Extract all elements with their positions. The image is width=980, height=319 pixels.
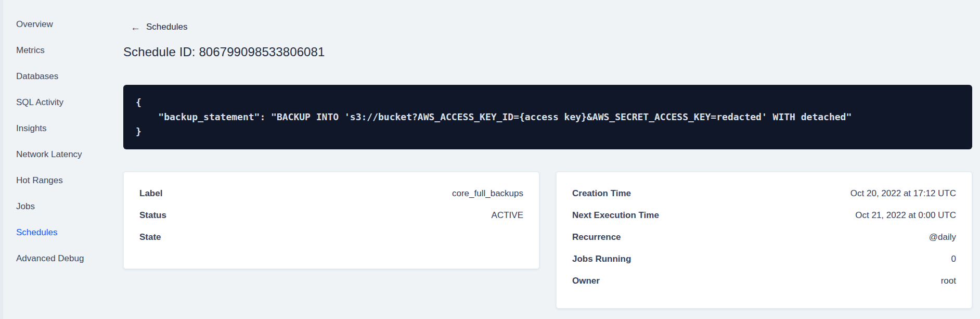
main-content: ← Schedules Schedule ID: 806799098533806…	[123, 0, 972, 319]
label-key: Label	[139, 188, 162, 199]
table-row: Owner root	[572, 270, 956, 292]
sidebar-item-overview[interactable]: Overview	[16, 11, 115, 37]
table-row: Jobs Running 0	[572, 248, 956, 270]
state-key: State	[139, 232, 161, 243]
status-key: Status	[139, 210, 166, 221]
status-value: ACTIVE	[492, 210, 523, 221]
table-row: Creation Time Oct 20, 2022 at 17:12 UTC	[572, 183, 956, 205]
sidebar-item-sql-activity[interactable]: SQL Activity	[16, 90, 115, 116]
sidebar-item-jobs[interactable]: Jobs	[16, 194, 115, 220]
summary-cards: Label core_full_backups Status ACTIVE St…	[123, 172, 972, 309]
sidebar-item-hot-ranges[interactable]: Hot Ranges	[16, 168, 115, 194]
sidebar-item-schedules[interactable]: Schedules	[16, 220, 115, 246]
recurrence-key: Recurrence	[572, 232, 621, 243]
sidebar-nav: Overview Metrics Databases SQL Activity …	[16, 11, 115, 272]
left-edge-gutter	[0, 0, 3, 319]
recurrence-value: @daily	[929, 232, 956, 243]
sidebar-item-metrics[interactable]: Metrics	[16, 37, 115, 63]
sidebar-item-databases[interactable]: Databases	[16, 63, 115, 90]
table-row: Label core_full_backups	[139, 183, 523, 205]
sidebar-item-network-latency[interactable]: Network Latency	[16, 142, 115, 168]
backup-statement-json: { "backup_statement": "BACKUP INTO 's3:/…	[136, 95, 960, 139]
creation-time-key: Creation Time	[572, 188, 631, 199]
table-row: Next Execution Time Oct 21, 2022 at 0:00…	[572, 205, 956, 226]
table-row: Status ACTIVE	[139, 205, 523, 226]
sidebar-item-advanced-debug[interactable]: Advanced Debug	[16, 246, 115, 272]
sidebar-item-insights[interactable]: Insights	[16, 116, 115, 142]
page-title: Schedule ID: 806799098533806081	[123, 45, 325, 59]
next-execution-time-value: Oct 21, 2022 at 0:00 UTC	[855, 210, 956, 221]
next-execution-time-key: Next Execution Time	[572, 210, 659, 221]
schedule-details-card: Label core_full_backups Status ACTIVE St…	[123, 172, 539, 269]
jobs-running-value: 0	[951, 254, 956, 264]
table-row: Recurrence @daily	[572, 226, 956, 248]
backup-statement-code-block: { "backup_statement": "BACKUP INTO 's3:/…	[123, 85, 972, 149]
jobs-running-key: Jobs Running	[572, 254, 631, 264]
back-arrow-icon: ←	[131, 22, 140, 32]
back-link-label: Schedules	[146, 22, 187, 32]
schedule-timing-card: Creation Time Oct 20, 2022 at 17:12 UTC …	[556, 172, 972, 309]
owner-key: Owner	[572, 276, 600, 286]
owner-value: root	[941, 276, 956, 286]
back-to-schedules-link[interactable]: ← Schedules	[131, 22, 187, 32]
label-value: core_full_backups	[452, 188, 523, 199]
table-row: State	[139, 226, 523, 248]
creation-time-value: Oct 20, 2022 at 17:12 UTC	[850, 188, 956, 199]
